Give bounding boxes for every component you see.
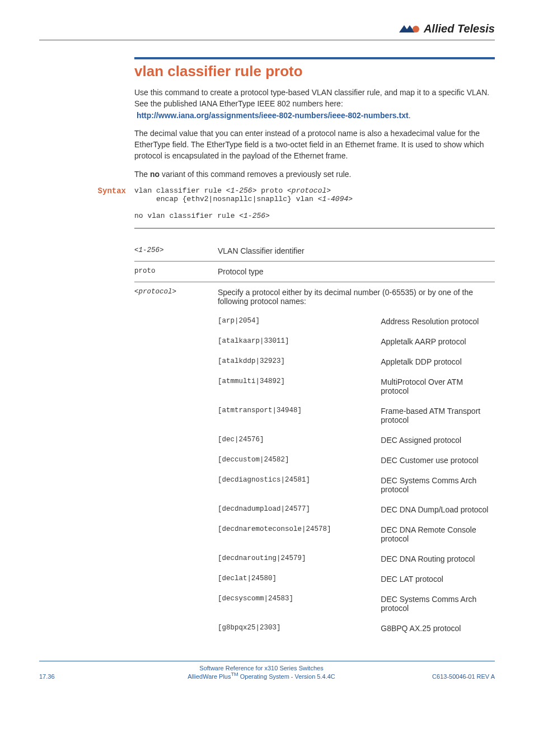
parameter-table: <1-256> VLAN Classifier identifier proto… <box>134 241 495 638</box>
syntax-l3a: no vlan classifier rule <box>134 212 239 220</box>
page-footer: 17.36 Software Reference for x310 Series… <box>39 665 495 680</box>
syntax-l1a: vlan classifier rule <box>134 186 226 195</box>
para-no-variant: The no variant of this command removes a… <box>134 169 495 180</box>
protocol-code: [decdiagnostics|24581] <box>218 470 381 500</box>
protocol-desc: DEC DNA Remote Console protocol <box>381 520 495 549</box>
protocol-code: [decdnadumpload|24577] <box>218 500 381 520</box>
footer-docid: C613-50046-01 REV A <box>416 673 495 680</box>
period: . <box>409 111 411 120</box>
protocol-row: [decsyscomm|24583]DEC Systems Comms Arch… <box>134 589 495 618</box>
param-desc: Specify a protocol either by its decimal… <box>218 282 495 312</box>
protocol-row: [decdnaremoteconsole|24578]DEC DNA Remot… <box>134 520 495 549</box>
protocol-desc: DEC LAT protocol <box>381 569 495 589</box>
param-name: proto <box>134 262 218 282</box>
protocol-desc: Appletalk AARP protocol <box>381 332 495 352</box>
intro-paragraph: Use this command to create a protocol ty… <box>134 87 495 121</box>
protocol-row: [decdnarouting|24579]DEC DNA Routing pro… <box>134 549 495 569</box>
intro-text: Use this command to create a protocol ty… <box>134 88 489 108</box>
syntax-l1d: <protocol> <box>287 186 331 195</box>
protocol-row: [atmmulti|34892]MultiProtocol Over ATM p… <box>134 372 495 401</box>
protocol-code: [atmtransport|34948] <box>218 401 381 430</box>
protocol-desc: DEC DNA Routing protocol <box>381 549 495 569</box>
brand-logo: Allied Telesis <box>399 22 495 35</box>
command-title: vlan classifier rule proto <box>134 63 495 80</box>
para-ethertype: The decimal value that you can enter ins… <box>134 128 495 162</box>
protocol-row: [arp|2054]Address Resolution protocol <box>134 311 495 332</box>
param-name: <1-256> <box>134 241 218 262</box>
protocol-desc: DEC DNA Dump/Load protocol <box>381 500 495 520</box>
footer-page-number: 17.36 <box>39 673 106 680</box>
syntax-bottom-rule <box>134 228 495 228</box>
param-row: <protocol> Specify a protocol either by … <box>134 282 495 312</box>
protocol-desc: G8BPQ AX.25 protocol <box>381 618 495 638</box>
protocol-desc: DEC Systems Comms Arch protocol <box>381 470 495 500</box>
protocol-code: [g8bpqx25|2303] <box>218 618 381 638</box>
section-rule <box>134 57 495 59</box>
footer-subtitle: AlliedWare PlusTM Operating System - Ver… <box>106 671 416 680</box>
logo-mark-icon <box>399 24 420 34</box>
protocol-desc: Frame-based ATM Transport protocol <box>381 401 495 430</box>
protocol-row: [decdiagnostics|24581]DEC Systems Comms … <box>134 470 495 500</box>
protocol-row: [atalkaarp|33011]Appletalk AARP protocol <box>134 332 495 352</box>
protocol-desc: MultiProtocol Over ATM protocol <box>381 372 495 401</box>
syntax-l3b: <1-256> <box>239 212 270 220</box>
syntax-l2a: encap {ethv2|nosnapllc|snapllc} vlan <box>134 195 318 203</box>
protocol-code: [decdnarouting|24579] <box>218 549 381 569</box>
main-content: vlan classifier rule proto Use this comm… <box>134 57 495 638</box>
protocol-code: [decsyscomm|24583] <box>218 589 381 618</box>
iana-link[interactable]: http://www.iana.org/assignments/ieee-802… <box>137 111 409 120</box>
syntax-l2b: <1-4094> <box>318 195 353 203</box>
protocol-row: [atmtransport|34948]Frame-based ATM Tran… <box>134 401 495 430</box>
protocol-code: [atalkddp|32923] <box>218 352 381 372</box>
syntax-label: Syntax <box>92 186 126 195</box>
protocol-row: [declat|24580]DEC LAT protocol <box>134 569 495 589</box>
protocol-desc: DEC Customer use protocol <box>381 450 495 470</box>
svg-point-2 <box>413 26 419 32</box>
protocol-desc: DEC Assigned protocol <box>381 430 495 450</box>
protocol-row: [dec|24576]DEC Assigned protocol <box>134 430 495 450</box>
param-row: <1-256> VLAN Classifier identifier <box>134 241 495 262</box>
syntax-l1c: proto <box>256 186 287 195</box>
header-divider <box>39 40 495 40</box>
protocol-code: [decdnaremoteconsole|24578] <box>218 520 381 549</box>
protocol-code: [atmmulti|34892] <box>218 372 381 401</box>
param-name: <protocol> <box>134 282 218 312</box>
para3-suffix: variant of this command removes a previo… <box>160 170 351 179</box>
footer-tm: TM <box>231 671 238 677</box>
param-desc: Protocol type <box>218 262 495 282</box>
protocol-code: [arp|2054] <box>218 311 381 332</box>
protocol-code: [deccustom|24582] <box>218 450 381 470</box>
syntax-l1b: <1-256> <box>226 186 257 195</box>
protocol-code: [dec|24576] <box>218 430 381 450</box>
header-logo-row: Allied Telesis <box>39 22 495 35</box>
para3-prefix: The <box>134 170 150 179</box>
footer-title: Software Reference for x310 Series Switc… <box>106 665 416 671</box>
protocol-row: [deccustom|24582]DEC Customer use protoc… <box>134 450 495 470</box>
para3-bold: no <box>150 170 160 179</box>
protocol-code: [atalkaarp|33011] <box>218 332 381 352</box>
footer-product: AlliedWare Plus <box>188 673 231 680</box>
param-row: proto Protocol type <box>134 262 495 282</box>
protocol-row: [g8bpqx25|2303]G8BPQ AX.25 protocol <box>134 618 495 638</box>
protocol-row: [decdnadumpload|24577]DEC DNA Dump/Load … <box>134 500 495 520</box>
param-desc: VLAN Classifier identifier <box>218 241 495 262</box>
protocol-code: [declat|24580] <box>218 569 381 589</box>
footer-center: Software Reference for x310 Series Switc… <box>106 665 416 680</box>
protocol-desc: Appletalk DDP protocol <box>381 352 495 372</box>
protocol-desc: DEC Systems Comms Arch protocol <box>381 589 495 618</box>
protocol-row: [atalkddp|32923]Appletalk DDP protocol <box>134 352 495 372</box>
footer-version: Operating System - Version 5.4.4C <box>238 673 335 680</box>
protocol-desc: Address Resolution protocol <box>381 311 495 332</box>
footer-divider <box>39 661 495 661</box>
syntax-block: Syntaxvlan classifier rule <1-256> proto… <box>134 186 495 220</box>
logo-text: Allied Telesis <box>424 22 495 35</box>
